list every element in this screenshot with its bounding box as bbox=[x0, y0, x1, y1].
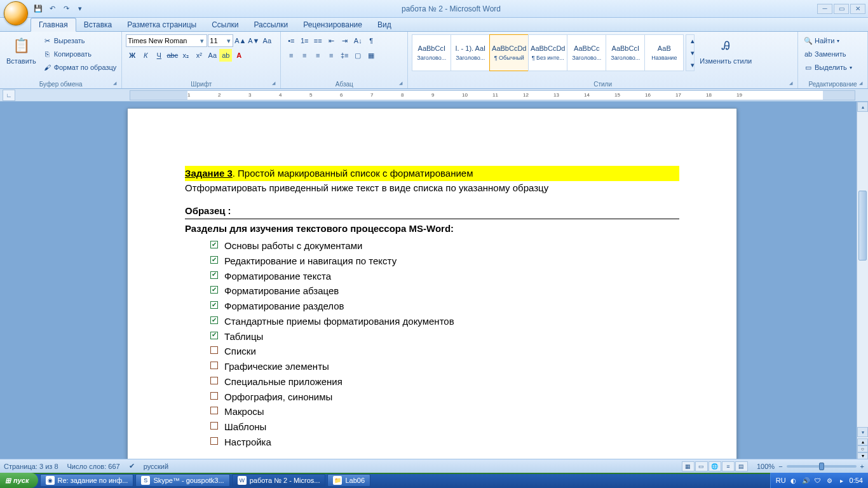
subscript-button[interactable]: x₂ bbox=[179, 49, 192, 62]
tab-вид[interactable]: Вид bbox=[370, 18, 399, 31]
style-item[interactable]: AaBbCcDd¶ Обычный bbox=[489, 34, 529, 71]
style-item[interactable]: AaBbCcIЗаголово... bbox=[606, 34, 645, 71]
styles-gallery[interactable]: AaBbCcIЗаголово...I. - 1). AaIЗаголово..… bbox=[412, 34, 683, 71]
select-button[interactable]: ▭Выделить▾ bbox=[802, 61, 853, 74]
format-painter-button[interactable]: 🖌Формат по образцу bbox=[41, 61, 118, 74]
minimize-button[interactable]: ─ bbox=[817, 4, 832, 14]
tab-рассылки[interactable]: Рассылки bbox=[246, 18, 295, 31]
scroll-up-button[interactable]: ▴ bbox=[857, 102, 868, 112]
tray-icon[interactable]: 🛡 bbox=[813, 476, 822, 485]
font-size-combo[interactable]: ▾ bbox=[208, 34, 233, 47]
show-marks-button[interactable]: ¶ bbox=[365, 34, 377, 47]
find-button[interactable]: 🔍Найти▾ bbox=[802, 34, 853, 47]
outdent-button[interactable]: ⇤ bbox=[325, 34, 337, 47]
tab-рецензирование[interactable]: Рецензирование bbox=[295, 18, 370, 31]
taskbar-item[interactable]: SSkype™ - gouspotk3... bbox=[135, 474, 229, 487]
taskbar-item[interactable]: ◉Re: задание по инф... bbox=[40, 474, 134, 487]
tab-главная[interactable]: Главная bbox=[31, 18, 76, 32]
align-left-button[interactable]: ≡ bbox=[285, 49, 297, 62]
zoom-in-button[interactable]: + bbox=[860, 463, 864, 470]
status-page[interactable]: Страница: 3 из 8 bbox=[4, 463, 58, 470]
underline-button[interactable]: Ч bbox=[153, 49, 165, 62]
outline-view[interactable]: ≡ bbox=[722, 461, 735, 471]
change-styles-button[interactable]: Ꭿ Изменить стили bbox=[697, 34, 754, 66]
tray-clock[interactable]: 0:54 bbox=[850, 477, 863, 484]
taskbar-item[interactable]: 📁Lab06 bbox=[327, 474, 370, 487]
font-family-input[interactable] bbox=[128, 37, 198, 44]
browse-object-button[interactable]: ○ bbox=[857, 445, 868, 452]
status-proofing-icon[interactable]: ✔ bbox=[129, 462, 135, 470]
clear-formatting-button[interactable]: Aa bbox=[261, 34, 273, 47]
zoom-value[interactable]: 100% bbox=[757, 463, 775, 470]
full-screen-view[interactable]: ▭ bbox=[695, 461, 708, 471]
zoom-slider[interactable] bbox=[787, 465, 857, 468]
italic-button[interactable]: К bbox=[139, 49, 152, 62]
tab-вставка[interactable]: Вставка bbox=[76, 18, 120, 31]
style-item[interactable]: AaBbCcЗаголово... bbox=[567, 34, 606, 71]
style-item[interactable]: AaBbCcIЗаголово... bbox=[412, 34, 451, 71]
chevron-down-icon[interactable]: ▾ bbox=[198, 37, 205, 45]
undo-icon[interactable]: ↶ bbox=[47, 4, 57, 14]
font-color-button[interactable]: A bbox=[233, 49, 245, 62]
bold-button[interactable]: Ж bbox=[126, 49, 139, 62]
align-right-button[interactable]: ≡ bbox=[311, 49, 324, 62]
paste-button[interactable]: 📋 Вставить bbox=[4, 34, 39, 66]
tray-icon[interactable]: ▸ bbox=[837, 476, 846, 485]
next-page-button[interactable]: ▾ bbox=[857, 452, 868, 459]
font-size-input[interactable] bbox=[210, 37, 226, 44]
justify-button[interactable]: ≡ bbox=[325, 49, 337, 62]
office-button[interactable] bbox=[4, 1, 28, 25]
close-button[interactable]: ✕ bbox=[850, 4, 865, 14]
numbering-button[interactable]: 1≡ bbox=[298, 34, 311, 47]
print-layout-view[interactable]: ▦ bbox=[682, 461, 695, 471]
cut-button[interactable]: ✂Вырезать bbox=[41, 34, 118, 47]
prev-page-button[interactable]: ▴ bbox=[857, 438, 868, 445]
taskbar-item[interactable]: Wработа № 2 - Micros... bbox=[232, 474, 326, 487]
tray-icon[interactable]: 🔊 bbox=[801, 476, 810, 485]
save-icon[interactable]: 💾 bbox=[33, 4, 43, 14]
zoom-thumb[interactable] bbox=[819, 463, 824, 470]
align-center-button[interactable]: ≡ bbox=[298, 49, 311, 62]
horizontal-ruler[interactable]: 12345678910111213141516171819 bbox=[130, 90, 855, 100]
style-item[interactable]: I. - 1). AaIЗаголово... bbox=[451, 34, 490, 71]
shading-button[interactable]: ▢ bbox=[351, 49, 364, 62]
scroll-down-button[interactable]: ▾ bbox=[857, 427, 868, 437]
tray-icon[interactable]: ◐ bbox=[789, 476, 798, 485]
multilevel-button[interactable]: ≡≡ bbox=[311, 34, 324, 47]
copy-button[interactable]: ⎘Копировать bbox=[41, 48, 118, 60]
tray-icon[interactable]: ⚙ bbox=[825, 476, 834, 485]
grow-font-button[interactable]: A▲ bbox=[234, 34, 247, 47]
vertical-scrollbar[interactable]: ▴ ▾ ▴ ○ ▾ bbox=[857, 102, 868, 459]
borders-button[interactable]: ▦ bbox=[365, 49, 377, 62]
font-family-combo[interactable]: ▾ bbox=[126, 34, 207, 47]
zoom-out-button[interactable]: − bbox=[778, 463, 782, 470]
list-item-text: Форматирование текста bbox=[224, 269, 331, 283]
style-item[interactable]: АаBНазвание bbox=[644, 34, 684, 71]
shrink-font-button[interactable]: A▼ bbox=[247, 34, 260, 47]
status-language[interactable]: русский bbox=[144, 463, 168, 470]
tray-lang[interactable]: RU bbox=[776, 477, 786, 484]
qat-more-icon[interactable]: ▾ bbox=[75, 4, 85, 14]
superscript-button[interactable]: x² bbox=[193, 49, 205, 62]
indent-button[interactable]: ⇥ bbox=[338, 34, 351, 47]
page[interactable]: Задание 3. Простой маркированный список … bbox=[127, 108, 737, 459]
strike-button[interactable]: abc bbox=[166, 49, 179, 62]
web-layout-view[interactable]: 🌐 bbox=[709, 461, 721, 471]
redo-icon[interactable]: ↷ bbox=[61, 4, 71, 14]
sort-button[interactable]: A↓ bbox=[351, 34, 364, 47]
scroll-thumb[interactable] bbox=[858, 191, 867, 261]
change-case-button[interactable]: Aa bbox=[206, 49, 219, 62]
tab-selector[interactable]: ∟ bbox=[3, 90, 15, 101]
tab-разметка-страницы[interactable]: Разметка страницы bbox=[119, 18, 204, 31]
replace-button[interactable]: abЗаменить bbox=[802, 48, 853, 60]
style-item[interactable]: AaBbCcDd¶ Без инте... bbox=[528, 34, 567, 71]
line-spacing-button[interactable]: ‡≡ bbox=[338, 49, 351, 62]
draft-view[interactable]: ▤ bbox=[735, 461, 748, 471]
highlight-button[interactable]: ab bbox=[219, 49, 232, 62]
chevron-down-icon[interactable]: ▾ bbox=[226, 37, 231, 45]
start-button[interactable]: ⊞пуск bbox=[0, 473, 38, 488]
tab-ссылки[interactable]: Ссылки bbox=[204, 18, 246, 31]
maximize-button[interactable]: ▭ bbox=[834, 4, 849, 14]
bullets-button[interactable]: •≡ bbox=[285, 34, 297, 47]
status-words[interactable]: Число слов: 667 bbox=[67, 463, 120, 470]
